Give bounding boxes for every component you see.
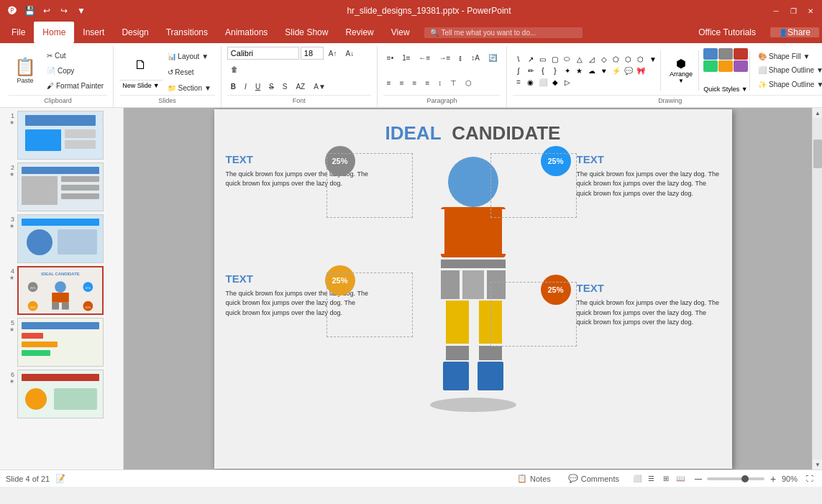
section-button[interactable]: 📁 Section ▼ (164, 81, 215, 95)
shape-star5[interactable]: ★ (574, 65, 585, 75)
notes-tab[interactable]: 📋 Notes (511, 474, 557, 483)
menu-review[interactable]: Review (337, 22, 382, 43)
reading-view-button[interactable]: 📖 (674, 472, 687, 485)
numbering-button[interactable]: 1≡ (398, 51, 414, 65)
shape-rtriangle[interactable]: ◿ (586, 54, 598, 64)
shape-freeform[interactable]: ✏ (525, 65, 536, 75)
shape-oval[interactable]: ⬭ (562, 54, 573, 64)
minimize-button[interactable]: ─ (770, 5, 782, 17)
shape-flow2[interactable]: ⬜ (537, 77, 549, 87)
paste-button[interactable]: 📋 Paste (9, 50, 42, 91)
shape-lbrace[interactable]: { (537, 65, 549, 75)
normal-view-button[interactable]: ⬜ (631, 472, 644, 485)
shape-curve[interactable]: ∫ (513, 65, 524, 75)
menu-file[interactable]: File (3, 22, 34, 43)
menu-insert[interactable]: Insert (74, 22, 113, 43)
char-spacing-button[interactable]: AZ (292, 79, 309, 93)
slide-thumb-4[interactable]: 4 ★ IDEAL CANDIDATE 25% 25% (3, 266, 120, 315)
shapes-more[interactable]: ▼ (647, 54, 659, 64)
fit-to-window-button[interactable]: ⛶ (803, 472, 816, 485)
shape-arrow[interactable]: ↗ (525, 54, 536, 64)
text-direction-button[interactable]: ↕A (467, 51, 483, 65)
slide-img-3[interactable] (17, 214, 104, 263)
menu-design[interactable]: Design (113, 22, 157, 43)
bold-button[interactable]: B (227, 79, 239, 93)
shape-flow3[interactable]: ◆ (549, 77, 561, 87)
slide-img-1[interactable] (17, 111, 104, 160)
shape-pentagon[interactable]: ⬠ (611, 54, 622, 64)
slide-thumb-2[interactable]: 2 ★ (3, 162, 120, 211)
justify-button[interactable]: ≡ (421, 76, 433, 91)
zoom-slider-thumb[interactable] (741, 475, 749, 482)
menu-transitions[interactable]: Transitions (157, 22, 216, 43)
slide-img-6[interactable] (17, 370, 104, 418)
office-tutorials-button[interactable]: Office Tutorials (690, 27, 764, 37)
scrollbar-track[interactable] (813, 118, 822, 459)
cut-button[interactable]: ✂ Cut (43, 48, 107, 63)
scrollbar-thumb[interactable] (813, 139, 822, 168)
align-convert-button[interactable]: 🔄 (485, 51, 501, 65)
close-button[interactable]: ✕ (805, 5, 816, 17)
align-right-button[interactable]: ≡ (409, 76, 421, 91)
save-button[interactable]: 💾 (23, 4, 36, 17)
quick-style-1[interactable] (703, 48, 718, 60)
font-color-button[interactable]: A▼ (310, 79, 329, 93)
shape-cloud[interactable]: ☁ (586, 65, 598, 75)
quick-style-6[interactable] (734, 60, 748, 72)
menu-animations[interactable]: Animations (216, 22, 276, 43)
undo-button[interactable]: ↩ (40, 4, 53, 17)
reset-button[interactable]: ↺ Reset (164, 65, 215, 79)
slide-thumb-1[interactable]: 1 ★ (3, 111, 120, 160)
copy-button[interactable]: 📄 Copy (43, 63, 107, 78)
format-painter-button[interactable]: 🖌 Format Painter (43, 78, 107, 93)
shape-lightning[interactable]: ⚡ (611, 65, 622, 75)
shape-callout[interactable]: 💬 (623, 65, 634, 75)
quick-style-2[interactable] (718, 48, 733, 60)
decrease-font-button[interactable]: A↓ (342, 46, 358, 60)
quick-style-3[interactable] (734, 48, 748, 60)
shape-rect[interactable]: ▭ (537, 54, 549, 64)
shape-effects-button[interactable]: ✨ Shape Outline ▼ (754, 78, 822, 91)
comments-tab[interactable]: 💬 Comments (562, 474, 625, 483)
bullets-button[interactable]: ≡• (383, 51, 397, 65)
shape-flow1[interactable]: ◉ (525, 77, 536, 87)
align-center-button[interactable]: ≡ (396, 76, 408, 91)
align-left-button[interactable]: ≡ (383, 76, 395, 91)
shape-hexagon[interactable]: ⬡ (623, 54, 634, 64)
scroll-down-button[interactable]: ▼ (813, 459, 822, 469)
shape-rbrace[interactable]: } (549, 65, 561, 75)
shadow-button[interactable]: S (279, 79, 291, 93)
zoom-out-button[interactable]: ─ (693, 473, 704, 485)
underline-button[interactable]: U (252, 79, 264, 93)
line-spacing-button[interactable]: ↕ (434, 76, 445, 91)
decrease-indent-button[interactable]: ←≡ (416, 51, 434, 65)
shape-triangle[interactable]: △ (574, 54, 585, 64)
customize-button[interactable]: ▼ (75, 4, 88, 17)
restore-button[interactable]: ❐ (787, 5, 799, 17)
clear-format-button[interactable]: 🗑 (227, 62, 242, 76)
shape-line[interactable]: \ (513, 54, 524, 64)
shape-rounded-rect[interactable]: ▢ (549, 54, 561, 64)
strikethrough-button[interactable]: S (265, 79, 278, 93)
menu-home[interactable]: Home (34, 22, 74, 43)
outline-view-button[interactable]: ☰ (645, 472, 658, 485)
shape-eq[interactable]: = (513, 77, 524, 87)
shape-flow4[interactable]: ▷ (562, 77, 573, 87)
shape-diamond[interactable]: ◇ (598, 54, 610, 64)
slide-img-2[interactable] (17, 162, 104, 211)
smartart-button[interactable]: ⬡ (462, 76, 475, 91)
slide-sorter-button[interactable]: ⊞ (659, 472, 672, 485)
layout-button[interactable]: 📊 Layout ▼ (164, 49, 215, 63)
shape-outline-button[interactable]: ⬜ Shape Outline ▼ (754, 64, 822, 76)
shape-octagon[interactable]: ⬡ (635, 54, 647, 64)
increase-font-button[interactable]: A↑ (325, 46, 341, 60)
slide-img-4[interactable]: IDEAL CANDIDATE 25% 25% 25% 25% (17, 266, 104, 315)
slide-thumb-3[interactable]: 3 ★ (3, 214, 120, 263)
menu-view[interactable]: View (383, 22, 419, 43)
zoom-slider[interactable] (707, 477, 764, 480)
columns-button[interactable]: ⫿ (455, 51, 466, 65)
quick-style-5[interactable] (718, 60, 733, 72)
shape-star4[interactable]: ✦ (562, 65, 573, 75)
share-button[interactable]: 👤 Share (770, 27, 819, 37)
shape-ribbon[interactable]: 🎀 (635, 65, 647, 75)
